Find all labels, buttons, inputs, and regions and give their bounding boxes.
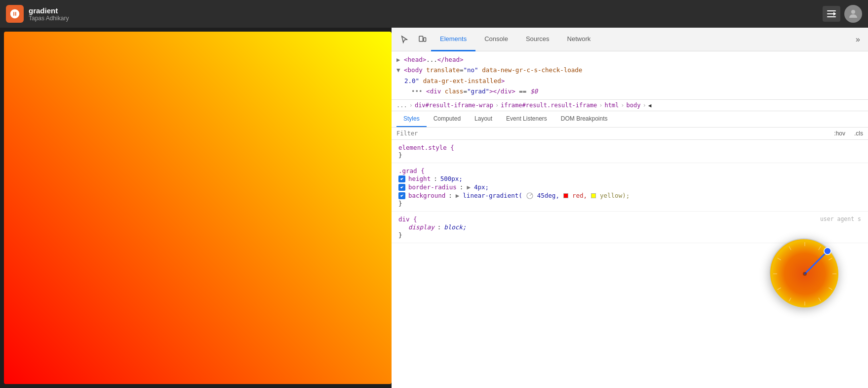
grad-close: } [398,200,861,207]
title-area: gradient Tapas Adhikary [29,6,818,22]
element-style-selector: element.style { [398,144,861,151]
avatar-icon [847,8,859,20]
device-icon [418,35,427,44]
main-layout: Elements Console Sources Network » ▶ <he… [0,28,868,388]
app-subtitle: Tapas Adhikary [29,15,818,22]
angle-picker-icon[interactable] [526,192,533,199]
filter-bar: :hov .cls [392,128,868,140]
logo-icon [9,8,20,19]
user-agent-label: user agent s [820,216,861,223]
tab-elements[interactable]: Elements [431,28,475,51]
angle-picker-container [392,243,868,322]
element-style-close: } [398,151,861,159]
tab-layout[interactable]: Layout [468,111,499,127]
svg-line-13 [829,288,832,290]
svg-line-20 [789,247,791,250]
svg-rect-2 [827,16,836,17]
dots-expand[interactable]: ••• [411,87,423,95]
gradient-preview [4,32,392,384]
angle-picker-ticks [770,239,839,308]
rule-border-radius: border-radius : ▶ 4px; [398,183,861,191]
color-swatch-red[interactable] [563,193,568,198]
checkbox-background[interactable] [398,192,405,199]
svg-point-23 [803,272,807,276]
html-line-head: ▶ <head>...</head> [396,54,863,65]
angle-picker-popup[interactable] [769,238,838,307]
style-block-grad: .grad { height : 500px; border-rad [392,163,868,212]
force-state-button[interactable]: :hov [834,130,845,137]
topbar: gradient Tapas Adhikary [0,0,868,28]
tab-styles[interactable]: Styles [396,111,427,127]
breadcrumb-iframe-wrap[interactable]: div#result-iframe-wrap [415,102,493,109]
html-line-body-cont: 2.0" data-gr-ext-installed> [396,76,863,86]
html-line-body: ▼ <body translate="no" data-new-gr-c-s-c… [396,65,863,75]
app-title: gradient [29,6,818,15]
svg-rect-0 [827,10,836,11]
grad-selector: .grad { [398,167,861,174]
rule-height: height : 500px; [398,174,861,183]
expand-background[interactable]: ▶ [456,192,460,199]
tab-network[interactable]: Network [558,28,600,51]
html-display: ▶ <head>...</head> ▼ <body translate="no… [392,51,868,100]
expand-head[interactable]: ▶ [396,56,400,63]
svg-marker-3 [833,12,836,16]
tab-computed[interactable]: Computed [427,111,468,127]
svg-line-17 [778,288,781,290]
checkbox-border-radius[interactable] [398,184,405,191]
svg-line-11 [829,258,832,260]
filter-input[interactable] [396,130,834,137]
checkmark-icon [399,185,404,190]
svg-line-19 [778,258,781,260]
toggle-class-button[interactable]: .cls [854,130,863,137]
topbar-icons [823,5,862,23]
devtools-panel: Elements Console Sources Network » ▶ <he… [392,28,868,388]
expand-body[interactable]: ▼ [396,66,400,74]
inspect-element-button[interactable] [395,31,413,48]
svg-point-4 [851,10,855,14]
rule-background: background : ▶ linear-gradient( 45deg, r… [398,191,861,200]
breadcrumb-html[interactable]: html [604,102,619,109]
expand-border-radius[interactable]: ▶ [467,183,471,191]
color-swatch-yellow[interactable] [591,193,596,198]
svg-rect-6 [424,38,426,42]
svg-line-21 [805,251,828,274]
cursor-icon [400,35,409,44]
breadcrumb-iframe[interactable]: iframe#result.result-iframe [501,102,597,109]
svg-rect-5 [419,36,423,42]
svg-line-14 [819,298,821,301]
svg-line-16 [789,298,791,301]
svg-point-22 [824,248,831,255]
menu-toggle-button[interactable] [823,6,840,22]
rule-display: display : block; [398,223,861,231]
tab-console[interactable]: Console [475,28,517,51]
checkmark-icon [399,176,404,181]
html-line-div: ••• <div class="grad"></div> == $0 [396,86,863,96]
breadcrumb-dots[interactable]: ... [396,102,407,109]
breadcrumb-bar: ... › div#result-iframe-wrap › iframe#re… [392,100,868,111]
breadcrumb-overflow[interactable]: ◀ [648,102,652,109]
devtools-topnav: Elements Console Sources Network » [392,28,868,51]
tab-sources[interactable]: Sources [517,28,558,51]
tab-event-listeners[interactable]: Event Listeners [499,111,554,127]
div-selector-row: div { user agent s [398,216,861,223]
svg-line-10 [819,247,821,250]
tab-dom-breakpoints[interactable]: DOM Breakpoints [554,111,615,127]
div-close: } [398,231,861,239]
breadcrumb-body[interactable]: body [627,102,641,109]
app-logo [6,5,24,23]
user-avatar[interactable] [844,5,862,23]
svg-point-8 [771,240,838,307]
checkbox-height[interactable] [398,175,405,182]
more-tabs-button[interactable]: » [852,35,864,44]
styles-content: element.style { } .grad { height : [392,140,868,388]
menu-icon [827,10,836,17]
style-block-element: element.style { } [392,140,868,163]
styles-subtabs: Styles Computed Layout Event Listeners D… [392,111,868,128]
checkmark-icon [399,193,404,198]
device-toolbar-button[interactable] [413,31,431,48]
